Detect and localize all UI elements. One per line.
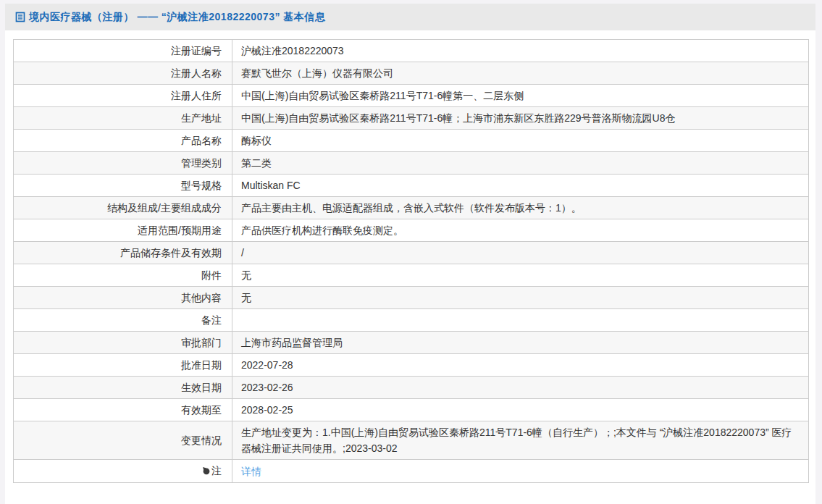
row-label: 管理类别 <box>14 152 232 175</box>
table-row: 有效期至 2028-02-25 <box>14 399 809 421</box>
row-label: 生产地址 <box>14 107 232 130</box>
table-row: 备注 <box>14 309 809 332</box>
row-value: / <box>232 242 809 264</box>
row-value: 中国(上海)自由贸易试验区秦桥路211号T71-6幢；上海市浦东新区东胜路229… <box>232 107 809 130</box>
note-label: 注 <box>211 465 222 476</box>
document-icon <box>15 12 25 22</box>
row-value: 无 <box>232 287 809 309</box>
table-row: 产品储存条件及有效期 / <box>14 242 809 264</box>
table-row: 管理类别 第二类 <box>14 152 809 175</box>
row-value: 2022-07-28 <box>232 354 809 377</box>
table-row: 生效日期 2023-02-26 <box>14 377 809 399</box>
row-label: 批准日期 <box>14 354 232 377</box>
row-value: 上海市药品监督管理局 <box>232 332 809 354</box>
row-label: 产品储存条件及有效期 <box>14 242 232 264</box>
row-label: 其他内容 <box>14 287 232 309</box>
table-row: 批准日期 2022-07-28 <box>14 354 809 377</box>
row-label: 适用范围/预期用途 <box>14 219 232 242</box>
page-header: 境内医疗器械（注册） —— “沪械注准20182220073” 基本信息 <box>5 4 815 30</box>
page-title: 境内医疗器械（注册） —— “沪械注准20182220073” 基本信息 <box>29 11 325 24</box>
row-value: 详情 <box>232 460 809 483</box>
row-value: 中国(上海)自由贸易试验区秦桥路211号T71-6幢第一、二层东侧 <box>232 85 809 107</box>
row-value: 2028-02-25 <box>232 399 809 421</box>
row-label: 有效期至 <box>14 399 232 421</box>
row-label: 注册证编号 <box>14 40 232 62</box>
row-value: 赛默飞世尔（上海）仪器有限公司 <box>232 62 809 85</box>
registration-info-table: 注册证编号 沪械注准20182220073 注册人名称 赛默飞世尔（上海）仪器有… <box>13 39 809 483</box>
table-row: 注册人住所 中国(上海)自由贸易试验区秦桥路211号T71-6幢第一、二层东侧 <box>14 85 809 107</box>
row-label: 型号规格 <box>14 175 232 197</box>
table-row-change-info: 变更情况 生产地址变更为：1.中国(上海)自由贸易试验区秦桥路211号T71-6… <box>14 421 809 460</box>
row-label: 产品名称 <box>14 130 232 152</box>
table-row: 审批部门 上海市药品监督管理局 <box>14 332 809 354</box>
row-value: 沪械注准20182220073 <box>232 40 809 62</box>
row-label: 变更情况 <box>14 421 232 460</box>
table-row-note: 注 详情 <box>14 460 809 483</box>
row-value: 无 <box>232 264 809 287</box>
detail-link[interactable]: 详情 <box>241 466 261 477</box>
row-label: 注册人名称 <box>14 62 232 85</box>
table-row: 产品名称 酶标仪 <box>14 130 809 152</box>
row-label: 审批部门 <box>14 332 232 354</box>
row-value <box>232 309 809 332</box>
row-label: 附件 <box>14 264 232 287</box>
row-value: 酶标仪 <box>232 130 809 152</box>
content-card: 境内医疗器械（注册） —— “沪械注准20182220073” 基本信息 注册证… <box>5 4 815 504</box>
table-row: 附件 无 <box>14 264 809 287</box>
table-row: 生产地址 中国(上海)自由贸易试验区秦桥路211号T71-6幢；上海市浦东新区东… <box>14 107 809 130</box>
table-row: 适用范围/预期用途 产品供医疗机构进行酶联免疫测定。 <box>14 219 809 242</box>
row-label: 生效日期 <box>14 377 232 399</box>
row-value: 2023-02-26 <box>232 377 809 399</box>
row-label: 结构及组成/主要组成成分 <box>14 197 232 219</box>
row-label: 备注 <box>14 309 232 332</box>
table-row: 型号规格 Multiskan FC <box>14 175 809 197</box>
row-value: 产品主要由主机、电源适配器组成，含嵌入式软件（软件发布版本号：1）。 <box>232 197 809 219</box>
row-label: 注册人住所 <box>14 85 232 107</box>
table-row: 结构及组成/主要组成成分 产品主要由主机、电源适配器组成，含嵌入式软件（软件发布… <box>14 197 809 219</box>
note-icon <box>202 463 210 479</box>
table-row: 注册人名称 赛默飞世尔（上海）仪器有限公司 <box>14 62 809 85</box>
table-row: 其他内容 无 <box>14 287 809 309</box>
row-value: 产品供医疗机构进行酶联免疫测定。 <box>232 219 809 242</box>
row-value: Multiskan FC <box>232 175 809 197</box>
table-row: 注册证编号 沪械注准20182220073 <box>14 40 809 62</box>
row-value: 生产地址变更为：1.中国(上海)自由贸易试验区秦桥路211号T71-6幢（自行生… <box>232 421 809 460</box>
row-label: 注 <box>14 460 232 483</box>
row-value: 第二类 <box>232 152 809 175</box>
